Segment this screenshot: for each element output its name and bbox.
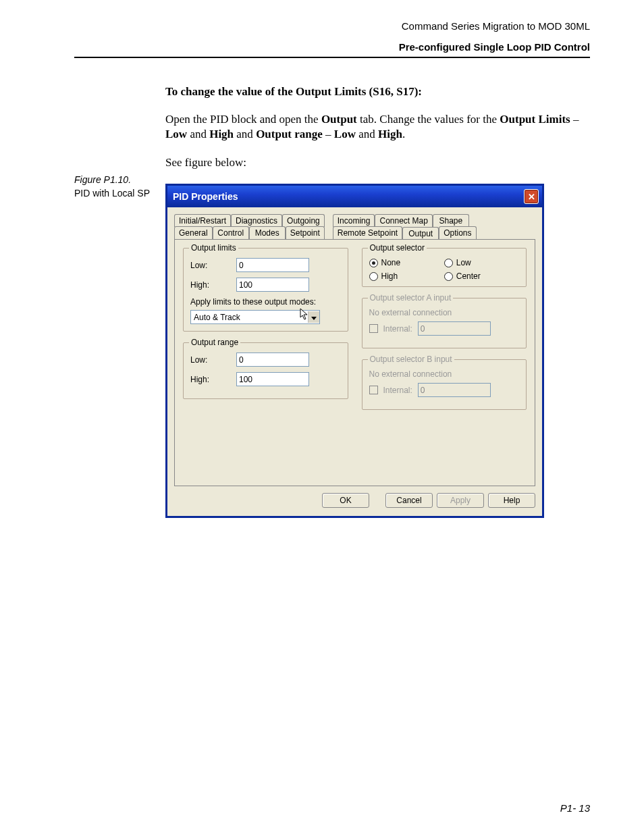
radio-icon — [369, 272, 378, 281]
radio-selector-none[interactable]: None — [369, 258, 444, 267]
checkbox-selector-b-internal — [369, 386, 378, 394]
apply-button[interactable]: Apply — [437, 493, 484, 508]
tab-outgoing[interactable]: Outgoing — [282, 214, 325, 227]
tab-row-back: Initial/Restart Diagnostics Outgoing Inc… — [174, 214, 535, 227]
group-selector-b: Output selector B input No external conn… — [362, 359, 527, 410]
tab-shape[interactable]: Shape — [433, 214, 469, 227]
window-title: PID Properties — [173, 191, 238, 202]
tab-body-output: Output limits Low: High: Apply limits to… — [174, 239, 535, 486]
close-icon: ✕ — [528, 192, 535, 202]
radio-selector-center[interactable]: Center — [444, 271, 519, 281]
figure-description: PID with Local SP — [74, 188, 159, 199]
tab-control[interactable]: Control — [213, 226, 249, 240]
tab-incoming[interactable]: Incoming — [333, 214, 375, 227]
dropdown-arrow[interactable] — [308, 311, 319, 323]
group-output-limits: Output limits Low: High: Apply limits to… — [183, 248, 348, 332]
close-button[interactable]: ✕ — [524, 189, 539, 204]
input-range-low[interactable] — [236, 353, 309, 367]
radio-selector-low[interactable]: Low — [444, 258, 519, 267]
svg-marker-0 — [311, 317, 317, 320]
see-figure-text: See figure below: — [165, 155, 590, 170]
tab-setpoint[interactable]: Setpoint — [286, 226, 325, 240]
combo-apply-limits[interactable]: Auto & Track — [190, 310, 320, 324]
combo-apply-value: Auto & Track — [191, 313, 243, 322]
label-range-high: High: — [190, 375, 231, 384]
radio-icon — [444, 259, 453, 267]
tab-initial-restart[interactable]: Initial/Restart — [174, 214, 231, 227]
label-limits-high: High: — [190, 280, 231, 290]
tab-connect-map[interactable]: Connect Map — [375, 214, 432, 227]
input-range-high[interactable] — [236, 372, 309, 386]
text-selector-b-conn: No external connection — [369, 369, 520, 379]
header-rule — [74, 57, 590, 58]
instruction-heading: To change the value of the Output Limits… — [165, 85, 590, 99]
radio-selector-high[interactable]: High — [369, 271, 444, 281]
label-apply-limits: Apply limits to these output modes: — [190, 297, 341, 307]
group-output-range: Output range Low: High: — [183, 342, 348, 399]
group-selector-a: Output selector A input No external conn… — [362, 298, 527, 348]
tab-general[interactable]: General — [174, 226, 213, 240]
tab-diagnostics[interactable]: Diagnostics — [231, 214, 282, 227]
group-output-selector: Output selector None Low — [362, 248, 527, 287]
tab-options[interactable]: Options — [439, 226, 476, 240]
page-number: P1- 13 — [560, 802, 590, 814]
tab-output[interactable]: Output — [402, 227, 439, 240]
label-selector-b-internal: Internal: — [383, 386, 412, 395]
tab-remote-setpoint[interactable]: Remote Setpoint — [333, 226, 402, 240]
ok-button[interactable]: OK — [322, 493, 369, 508]
input-selector-a-internal — [418, 321, 491, 336]
radio-icon — [369, 259, 378, 267]
cancel-button[interactable]: Cancel — [385, 493, 433, 508]
input-limits-low[interactable] — [236, 258, 309, 272]
legend-output-selector: Output selector — [368, 243, 427, 253]
text-selector-a-conn: No external connection — [369, 308, 520, 317]
input-limits-high[interactable] — [236, 278, 309, 292]
figure-number: Figure P1.10. — [74, 174, 159, 185]
checkbox-selector-a-internal — [369, 324, 378, 333]
figure-caption: Figure P1.10. PID with Local SP — [74, 174, 159, 199]
legend-selector-a: Output selector A input — [368, 293, 454, 303]
tab-row-front: General Control Modes Setpoint Remote Se… — [174, 227, 535, 240]
doc-title: Command Series Migration to MOD 30ML — [74, 20, 590, 32]
legend-output-limits: Output limits — [189, 243, 238, 253]
label-selector-a-internal: Internal: — [383, 324, 412, 334]
help-button[interactable]: Help — [488, 493, 535, 508]
titlebar: PID Properties ✕ — [167, 186, 542, 207]
dialog-button-row: OK Cancel Apply Help — [167, 486, 542, 516]
label-range-low: Low: — [190, 355, 231, 365]
input-selector-b-internal — [418, 383, 491, 397]
tab-modes[interactable]: Modes — [249, 226, 286, 240]
label-limits-low: Low: — [190, 261, 231, 270]
pid-properties-dialog: PID Properties ✕ Initial/Restart Diagnos… — [165, 184, 544, 518]
legend-output-range: Output range — [189, 338, 240, 347]
section-title: Pre-configured Single Loop PID Control — [74, 41, 590, 53]
legend-selector-b: Output selector B input — [368, 355, 454, 364]
radio-icon — [444, 272, 453, 281]
chevron-down-icon — [308, 313, 319, 322]
instruction-paragraph: Open the PID block and open the Output t… — [165, 112, 590, 142]
